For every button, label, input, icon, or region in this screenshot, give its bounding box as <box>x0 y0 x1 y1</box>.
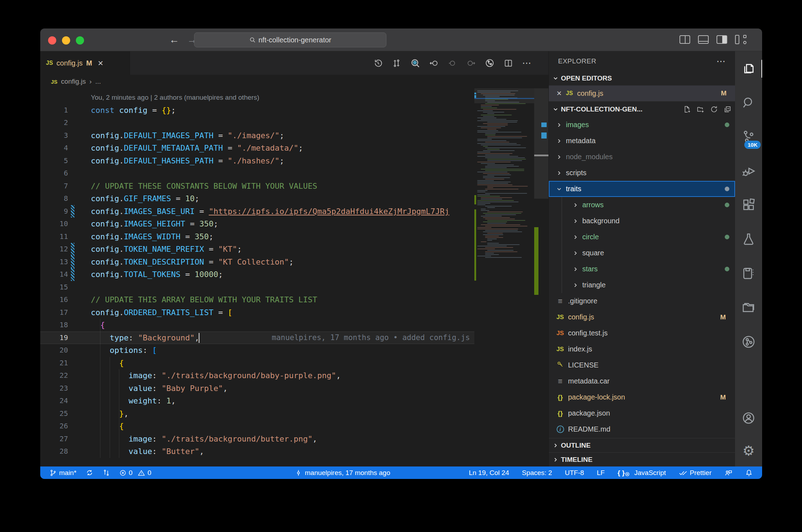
new-folder-icon[interactable] <box>697 105 704 113</box>
sync-status-item[interactable] <box>86 469 93 476</box>
settings-gear-icon[interactable]: ⚙ <box>735 435 762 466</box>
tree-item-config-js[interactable]: JSconfig.jsM <box>549 309 735 325</box>
code-line-17[interactable]: 17config.ORDERED_TRAITS_LIST = [ <box>40 306 474 319</box>
tree-item-package-lock-json[interactable]: {}package-lock.jsonM <box>549 389 735 405</box>
open-editors-header[interactable]: OPEN EDITORS <box>549 71 735 85</box>
react-search-icon[interactable] <box>410 58 420 68</box>
close-window-button[interactable] <box>48 36 56 45</box>
extensions-view-icon[interactable] <box>735 188 762 222</box>
notifications-bell-icon[interactable] <box>745 469 753 477</box>
refresh-icon[interactable] <box>710 105 718 113</box>
code-line-13[interactable]: 13config.TOKEN_DESCRIPTION = "KT Collect… <box>40 256 474 268</box>
tree-item-metadata[interactable]: metadata <box>549 133 735 149</box>
tree-item-traits[interactable]: traits <box>549 181 735 197</box>
previous-change-icon[interactable] <box>429 58 439 68</box>
compare-changes-icon[interactable] <box>392 58 401 68</box>
tree-item-index-js[interactable]: JSindex.js <box>549 341 735 357</box>
tree-item-arrows[interactable]: arrows <box>549 197 735 213</box>
code-line-19[interactable]: 19 type: "Background",manuelpires, 17 mo… <box>40 332 474 344</box>
open-editor-config-js[interactable]: × JS config.js M <box>549 85 735 101</box>
tree-item-node-modules[interactable]: node_modules <box>549 149 735 165</box>
blame-status-item[interactable]: manuelpires, 17 months ago <box>295 469 390 477</box>
compare-status-item[interactable] <box>103 469 110 476</box>
close-editor-icon[interactable]: × <box>557 88 562 98</box>
testing-view-icon[interactable] <box>735 222 762 256</box>
more-actions-icon[interactable]: ⋯ <box>522 58 532 69</box>
new-file-icon[interactable] <box>683 105 691 113</box>
minimap[interactable] <box>474 88 534 466</box>
toggle-primary-sidebar-icon[interactable] <box>679 35 690 44</box>
project-manager-view-icon[interactable] <box>735 291 762 325</box>
problems-status-item[interactable]: 0 0 <box>119 469 151 477</box>
tree-item-background[interactable]: background <box>549 213 735 229</box>
cursor-position-status-item[interactable]: Ln 19, Col 24 <box>469 469 509 477</box>
tree-item-images[interactable]: images <box>549 117 735 133</box>
outline-section-header[interactable]: OUTLINE <box>549 438 735 452</box>
code-line-1[interactable]: 1const config = {}; <box>40 104 474 117</box>
code-line-26[interactable]: 26 { <box>40 420 474 433</box>
code-editor[interactable]: You, 2 minutes ago | 2 authors (manuelpi… <box>40 88 548 466</box>
timeline-section-header[interactable]: TIMELINE <box>549 452 735 466</box>
explorer-more-actions-icon[interactable]: ⋯ <box>717 56 726 67</box>
code-line-2[interactable]: 2 <box>40 116 474 129</box>
timeline-history-icon[interactable] <box>373 58 383 68</box>
tree-item-license[interactable]: LICENSE <box>549 357 735 373</box>
code-line-24[interactable]: 24 weight: 1, <box>40 395 474 407</box>
code-line-10[interactable]: 10config.IMAGES_HEIGHT = 350; <box>40 218 474 230</box>
customize-layout-icon[interactable] <box>735 35 747 44</box>
toggle-panel-icon[interactable] <box>698 35 709 44</box>
tree-item-scripts[interactable]: scripts <box>549 165 735 181</box>
tree-item-readme-md[interactable]: iREADME.md <box>549 421 735 437</box>
tree-item-triangle[interactable]: triangle <box>549 277 735 293</box>
split-editor-icon[interactable] <box>504 58 513 68</box>
titlebar[interactable]: ← → nft-collection-generator <box>40 28 762 51</box>
formatter-status-item[interactable]: Prettier <box>679 469 712 477</box>
language-status-item[interactable]: { } JavaScript <box>618 469 666 477</box>
search-view-icon[interactable] <box>735 85 762 120</box>
code-line-20[interactable]: 20 options: [ <box>40 344 474 357</box>
code-line-28[interactable]: 28 value: "Butter", <box>40 445 474 458</box>
source-control-view-icon[interactable]: 10K <box>735 120 762 154</box>
code-line-3[interactable]: 3config.DEFAULT_IMAGES_PATH = "./images/… <box>40 129 474 142</box>
code-line-22[interactable]: 22 image: "./traits/background/baby-purp… <box>40 369 474 382</box>
tab-config-js[interactable]: JS config.js M × <box>40 51 130 75</box>
breadcrumb-symbol[interactable]: ... <box>95 78 101 85</box>
encoding-status-item[interactable]: UTF-8 <box>565 469 584 477</box>
tree-item-config-test-js[interactable]: JSconfig.test.js <box>549 325 735 341</box>
git-graph-view-icon[interactable] <box>735 325 762 359</box>
indentation-status-item[interactable]: Spaces: 2 <box>522 469 552 477</box>
explorer-view-icon[interactable] <box>735 51 762 85</box>
tree-item-circle[interactable]: circle <box>549 229 735 245</box>
tree-item-stars[interactable]: stars <box>549 261 735 277</box>
project-root-header[interactable]: NFT-COLLECTION-GEN... <box>549 101 735 117</box>
code-line-6[interactable]: 6 <box>40 167 474 180</box>
collapse-folders-icon[interactable] <box>724 105 731 113</box>
feedback-icon[interactable] <box>724 469 732 477</box>
code-line-25[interactable]: 25 }, <box>40 407 474 420</box>
tree-item-package-json[interactable]: {}package.json <box>549 405 735 421</box>
code-line-16[interactable]: 16// UPDATE THIS ARRAY BELOW WITH YOUR T… <box>40 293 474 306</box>
minimize-window-button[interactable] <box>62 36 70 45</box>
code-line-27[interactable]: 27 image: "./traits/background/butter.pn… <box>40 433 474 445</box>
code-line-14[interactable]: 14config.TOTAL_TOKENS = 10000; <box>40 268 474 281</box>
code-line-21[interactable]: 21 { <box>40 357 474 370</box>
code-line-23[interactable]: 23 value: "Baby Purple", <box>40 382 474 395</box>
run-debug-view-icon[interactable] <box>735 154 762 188</box>
scrollbar-thumb[interactable] <box>534 88 548 199</box>
code-line-15[interactable]: 15 <box>40 281 474 294</box>
code-line-9[interactable]: 9config.IMAGES_BASE_URI = "https://ipfs.… <box>40 205 474 218</box>
command-center-search[interactable]: nft-collection-generator <box>194 32 386 47</box>
code-line-11[interactable]: 11config.IMAGES_WIDTH = 350; <box>40 230 474 243</box>
tree-item-square[interactable]: square <box>549 245 735 261</box>
nav-back-icon[interactable]: ← <box>169 34 179 46</box>
breadcrumb-file[interactable]: config.js <box>61 78 86 85</box>
accounts-icon[interactable] <box>735 401 762 435</box>
scrollbar[interactable] <box>534 88 548 466</box>
tree-item--gitignore[interactable]: ≡.gitignore <box>549 293 735 309</box>
branch-status-item[interactable]: main* <box>50 469 77 477</box>
toggle-secondary-sidebar-icon[interactable] <box>717 35 727 44</box>
tree-item-metadata-car[interactable]: ≡metadata.car <box>549 373 735 389</box>
code-line-18[interactable]: 18 { <box>40 319 474 332</box>
code-line-8[interactable]: 8config.GIF_FRAMES = 10; <box>40 192 474 205</box>
zoom-window-button[interactable] <box>76 36 84 45</box>
